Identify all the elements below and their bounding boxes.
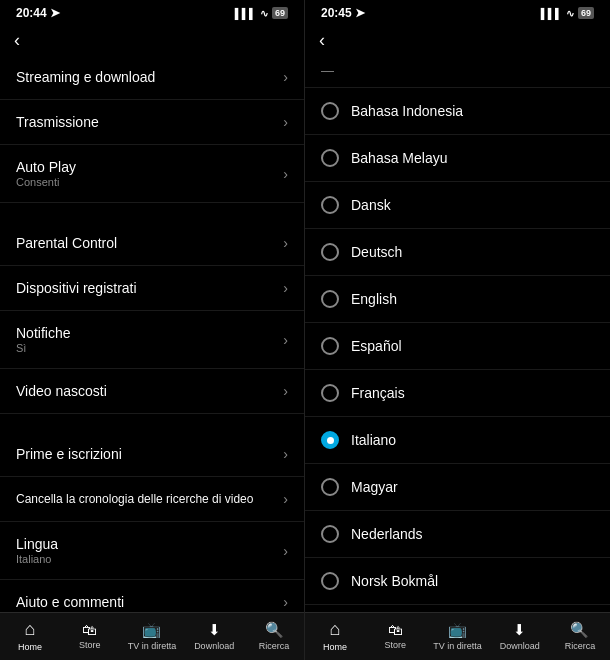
- lang-english[interactable]: English: [305, 276, 610, 323]
- arrow-icon: ›: [283, 166, 288, 182]
- arrow-icon: ›: [283, 69, 288, 85]
- store-icon: 🛍: [388, 621, 403, 638]
- lang-deutsch[interactable]: Deutsch: [305, 229, 610, 276]
- right-back-button[interactable]: ‹: [305, 22, 610, 55]
- lang-nederlands[interactable]: Nederlands: [305, 511, 610, 558]
- lang-espanol[interactable]: Español: [305, 323, 610, 370]
- espanol-label: Español: [351, 338, 402, 354]
- wifi-icon: ∿: [260, 8, 268, 19]
- home-icon: ⌂: [25, 619, 36, 640]
- search-icon: 🔍: [570, 621, 589, 639]
- signal-icon: ▌▌▌: [235, 8, 256, 19]
- nederlands-label: Nederlands: [351, 526, 423, 542]
- radio-deutsch: [321, 243, 339, 261]
- tab-home-right[interactable]: ⌂ Home: [313, 619, 357, 652]
- norsk-label: Norsk Bokmål: [351, 573, 438, 589]
- store-icon: 🛍: [82, 621, 97, 638]
- arrow-icon: ›: [283, 491, 288, 507]
- radio-magyar: [321, 478, 339, 496]
- aiuto-item[interactable]: Aiuto e commenti ›: [0, 580, 304, 612]
- back-button[interactable]: ‹: [0, 22, 304, 55]
- radio-bahasa-indonesia: [321, 102, 339, 120]
- lang-polski[interactable]: Polski: [305, 605, 610, 612]
- tab-tv-label: TV in diretta: [128, 641, 177, 651]
- tab-download-label: Download: [500, 641, 540, 651]
- partial-label: —: [321, 63, 334, 78]
- tab-tv-left[interactable]: 📺 TV in diretta: [128, 621, 177, 651]
- dispositivi-label: Dispositivi registrati: [16, 280, 137, 296]
- right-time: 20:45 ➤: [321, 6, 365, 20]
- search-icon: 🔍: [265, 621, 284, 639]
- francais-label: Français: [351, 385, 405, 401]
- wifi-icon: ∿: [566, 8, 574, 19]
- dispositivi-item[interactable]: Dispositivi registrati ›: [0, 266, 304, 311]
- tab-download-label: Download: [194, 641, 234, 651]
- lang-norsk[interactable]: Norsk Bokmål: [305, 558, 610, 605]
- right-status-icons: ▌▌▌ ∿ 69: [541, 7, 594, 19]
- arrow-icon: ›: [283, 543, 288, 559]
- parental-control-label: Parental Control: [16, 235, 117, 251]
- video-nascosti-item[interactable]: Video nascosti ›: [0, 369, 304, 414]
- autoplay-sublabel: Consenti: [16, 176, 76, 188]
- notifiche-item[interactable]: Notifiche Sì ›: [0, 311, 304, 369]
- tab-store-label: Store: [79, 640, 101, 650]
- prime-iscrizioni-item[interactable]: Prime e iscrizioni ›: [0, 432, 304, 477]
- left-status-icons: ▌▌▌ ∿ 69: [235, 7, 288, 19]
- home-icon: ⌂: [330, 619, 341, 640]
- parental-control-item[interactable]: Parental Control ›: [0, 221, 304, 266]
- radio-dansk: [321, 196, 339, 214]
- notifiche-sublabel: Sì: [16, 342, 70, 354]
- battery-badge: 69: [578, 7, 594, 19]
- tab-search-left[interactable]: 🔍 Ricerca: [252, 621, 296, 651]
- cancella-cronologia-item[interactable]: Cancella la cronologia delle ricerche di…: [0, 477, 304, 522]
- lingua-item[interactable]: Lingua Italiano ›: [0, 522, 304, 580]
- cancella-cronologia-label: Cancella la cronologia delle ricerche di…: [16, 492, 253, 506]
- streaming-download-label: Streaming e download: [16, 69, 155, 85]
- tv-icon: 📺: [448, 621, 467, 639]
- tv-icon: 📺: [142, 621, 161, 639]
- battery-badge: 69: [272, 7, 288, 19]
- left-status-bar: 20:44 ➤ ▌▌▌ ∿ 69: [0, 0, 304, 22]
- spacer-2: [0, 414, 304, 432]
- right-status-bar: 20:45 ➤ ▌▌▌ ∿ 69: [305, 0, 610, 22]
- tab-download-left[interactable]: ⬇ Download: [192, 621, 236, 651]
- trasmissione-item[interactable]: Trasmissione ›: [0, 100, 304, 145]
- tab-download-right[interactable]: ⬇ Download: [498, 621, 542, 651]
- dansk-label: Dansk: [351, 197, 391, 213]
- prime-iscrizioni-label: Prime e iscrizioni: [16, 446, 122, 462]
- tab-tv-right[interactable]: 📺 TV in diretta: [433, 621, 482, 651]
- radio-norsk: [321, 572, 339, 590]
- italiano-label: Italiano: [351, 432, 396, 448]
- lang-francais[interactable]: Français: [305, 370, 610, 417]
- lang-dansk[interactable]: Dansk: [305, 182, 610, 229]
- tab-store-left[interactable]: 🛍 Store: [68, 621, 112, 650]
- tab-search-right[interactable]: 🔍 Ricerca: [558, 621, 602, 651]
- tab-home-label: Home: [323, 642, 347, 652]
- streaming-download-item[interactable]: Streaming e download ›: [0, 55, 304, 100]
- english-label: English: [351, 291, 397, 307]
- download-icon: ⬇: [208, 621, 221, 639]
- video-nascosti-label: Video nascosti: [16, 383, 107, 399]
- tab-store-label: Store: [384, 640, 406, 650]
- right-tab-bar: ⌂ Home 🛍 Store 📺 TV in diretta ⬇ Downloa…: [305, 612, 610, 660]
- arrow-icon: ›: [283, 280, 288, 296]
- left-screen: 20:44 ➤ ▌▌▌ ∿ 69 ‹ Streaming e download …: [0, 0, 305, 660]
- partial-top-item: —: [305, 55, 610, 88]
- trasmissione-label: Trasmissione: [16, 114, 99, 130]
- settings-list: Streaming e download › Trasmissione › Au…: [0, 55, 304, 612]
- deutsch-label: Deutsch: [351, 244, 402, 260]
- lang-bahasa-melayu[interactable]: Bahasa Melayu: [305, 135, 610, 182]
- magyar-label: Magyar: [351, 479, 398, 495]
- lang-bahasa-indonesia[interactable]: Bahasa Indonesia: [305, 88, 610, 135]
- tab-home-left[interactable]: ⌂ Home: [8, 619, 52, 652]
- lang-magyar[interactable]: Magyar: [305, 464, 610, 511]
- bahasa-indonesia-label: Bahasa Indonesia: [351, 103, 463, 119]
- autoplay-item[interactable]: Auto Play Consenti ›: [0, 145, 304, 203]
- aiuto-label: Aiuto e commenti: [16, 594, 124, 610]
- tab-home-label: Home: [18, 642, 42, 652]
- language-list: Bahasa Indonesia Bahasa Melayu Dansk Deu…: [305, 88, 610, 612]
- tab-store-right[interactable]: 🛍 Store: [373, 621, 417, 650]
- arrow-icon: ›: [283, 383, 288, 399]
- autoplay-label: Auto Play: [16, 159, 76, 175]
- lang-italiano[interactable]: Italiano: [305, 417, 610, 464]
